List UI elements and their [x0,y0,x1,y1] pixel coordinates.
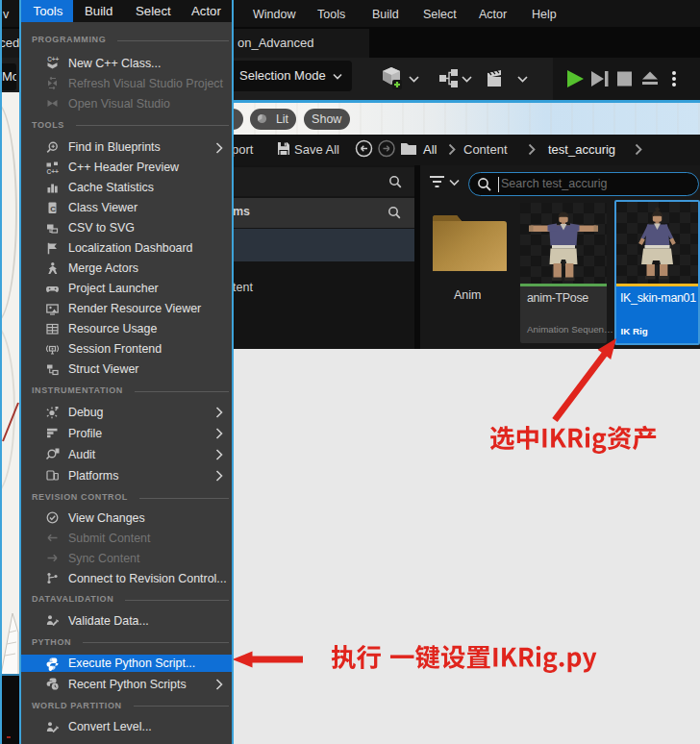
svg-text:C: C [50,205,56,213]
svg-text:C++: C++ [47,56,59,62]
svg-text:C++: C++ [46,167,59,174]
